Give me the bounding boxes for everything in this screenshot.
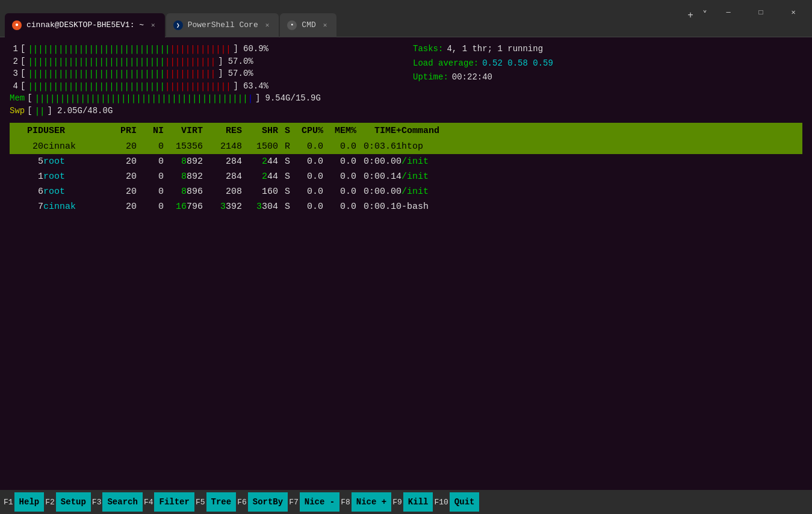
proc-pri: 20: [104, 200, 137, 213]
proc-ni: 0: [137, 170, 164, 183]
stats-right: Tasks: 4, 1 thr; 1 running Load average:…: [401, 43, 802, 118]
proc-virt: 15356: [164, 140, 203, 153]
proc-pid: 5: [13, 155, 43, 168]
tab-ubuntu-close[interactable]: ✕: [149, 20, 158, 30]
cpu-row-4: 4 [ ||||||||||||||||||||||||||||||||||||…: [10, 81, 401, 93]
tab-cmd-label: CMD: [302, 20, 315, 29]
mem-bar-row: Mem [ ||||||||||||||||||||||||||||||||||…: [10, 93, 401, 105]
proc-pid: 1: [13, 170, 43, 183]
proc-shr: 160: [242, 185, 278, 198]
proc-pid: 6: [13, 185, 43, 198]
load-label: Load average:: [413, 58, 479, 70]
tab-powershell-close[interactable]: ✕: [263, 20, 272, 30]
proc-mem: 0.0: [323, 170, 356, 183]
col-time: TIME+: [356, 125, 401, 137]
fkey-niceplus-label[interactable]: Nice +: [352, 492, 391, 512]
proc-cpu: 0.0: [290, 170, 323, 183]
titlebar-actions: + ˅ — □ ✕: [686, 6, 807, 25]
cpu-row-2: 2 [ ||||||||||||||||||||||||||||||||||||…: [10, 56, 401, 68]
proc-pid: 7: [13, 200, 43, 213]
cpu-row-3: 3 [ ||||||||||||||||||||||||||||||||||||…: [10, 68, 401, 80]
table-header: PID USER PRI NI VIRT RES SHR S CPU% MEM%…: [10, 123, 802, 139]
fkey-sortby-label[interactable]: SortBy: [248, 492, 288, 512]
process-row-5[interactable]: 5 root 20 0 8892 284 244 S 0.0 0.0 0:00.…: [10, 154, 802, 169]
proc-virt: 16796: [164, 200, 203, 213]
proc-res: 2148: [203, 140, 242, 153]
fkey-f9[interactable]: F9 Kill: [391, 492, 433, 512]
proc-shr: 244: [242, 155, 278, 168]
uptime-value: 00:22:40: [452, 72, 492, 84]
swp-bar: ||: [35, 105, 45, 117]
process-row-7[interactable]: 7 cinnak 20 0 16796 3392 3304 S 0.0 0.0 …: [10, 199, 802, 214]
proc-s: S: [278, 155, 290, 168]
tab-cmd[interactable]: ▪ CMD ✕: [280, 13, 336, 37]
tasks-row: Tasks: 4, 1 thr; 1 running: [413, 43, 802, 55]
proc-cpu: 0.0: [290, 155, 323, 168]
fkey-f4[interactable]: F4 Filter: [143, 492, 194, 512]
fkey-f10[interactable]: F10 Quit: [433, 492, 479, 512]
cpu-bar-3: |||||||||||||||||||||||||||||||||||||: [28, 68, 215, 80]
fkey-niceminus-label[interactable]: Nice -: [300, 492, 339, 512]
proc-user: cinnak: [43, 140, 104, 153]
proc-cpu: 0.0: [290, 200, 323, 213]
cmd-icon: ▪: [287, 20, 297, 30]
ubuntu-icon: ●: [12, 20, 22, 30]
process-table: PID USER PRI NI VIRT RES SHR S CPU% MEM%…: [10, 123, 802, 214]
col-ni: NI: [137, 125, 164, 137]
cpu-pct-3: 57.0%: [228, 68, 253, 80]
maximize-button[interactable]: □: [747, 3, 775, 22]
process-row-1[interactable]: 1 root 20 0 8892 284 244 S 0.0 0.0 0:00.…: [10, 169, 802, 184]
col-mem: MEM%: [323, 125, 356, 137]
tab-powershell-label: PowerShell Core: [188, 20, 258, 29]
fkey-f5[interactable]: F5 Tree: [194, 492, 236, 512]
process-row-6[interactable]: 6 root 20 0 8896 208 160 S 0.0 0.0 0:00.…: [10, 184, 802, 199]
proc-virt: 8892: [164, 155, 203, 168]
fkey-search-label[interactable]: Search: [102, 492, 142, 512]
fkey-f1[interactable]: F1 Help: [2, 492, 44, 512]
col-cmd: Command: [401, 125, 799, 137]
mem-bar: ||||||||||||||||||||||||||||||||||||||||…: [35, 93, 253, 105]
proc-pid: 20: [13, 140, 43, 153]
fkey-quit-label[interactable]: Quit: [450, 492, 480, 512]
proc-time: 0:00.14: [356, 170, 401, 183]
proc-cmd: /init: [401, 170, 799, 183]
tab-ubuntu[interactable]: ● cinnak@DESKTOP-BHE5EV1: ~ ✕: [5, 13, 165, 37]
tab-powershell[interactable]: ❯ PowerShell Core ✕: [166, 13, 279, 37]
swp-label: Swp: [10, 105, 25, 117]
minimize-button[interactable]: —: [714, 3, 742, 22]
proc-res: 3392: [203, 200, 242, 213]
new-tab-button[interactable]: +: [686, 11, 695, 20]
fkey-kill-label[interactable]: Kill: [403, 492, 433, 512]
proc-res: 284: [203, 155, 242, 168]
fkey-tree-label[interactable]: Tree: [206, 492, 237, 512]
proc-user: root: [43, 155, 104, 168]
process-row-htop[interactable]: 20 cinnak 20 0 15356 2148 1500 R 0.0 0.0…: [10, 139, 802, 154]
proc-pri: 20: [104, 170, 137, 183]
cpu-row-1: 1 [ ||||||||||||||||||||||||||||||||||||…: [10, 43, 401, 55]
fkey-f2[interactable]: F2 Setup: [44, 492, 91, 512]
tab-cmd-close[interactable]: ✕: [321, 20, 330, 30]
proc-pri: 20: [104, 140, 137, 153]
col-cpu: CPU%: [290, 125, 323, 137]
cpu-bar-2: |||||||||||||||||||||||||||||||||||||: [28, 56, 215, 68]
proc-mem: 0.0: [323, 200, 356, 213]
cpu-bar-1: ||||||||||||||||||||||||||||||||||||||||: [28, 43, 231, 55]
proc-pri: 20: [104, 185, 137, 198]
fkey-f6[interactable]: F6 SortBy: [236, 492, 288, 512]
titlebar: ● cinnak@DESKTOP-BHE5EV1: ~ ✕ ❯ PowerShe…: [0, 0, 812, 37]
proc-time: 0:00.00: [356, 155, 401, 168]
proc-cpu: 0.0: [290, 140, 323, 153]
proc-s: R: [278, 140, 290, 153]
fkey-f8[interactable]: F8 Nice +: [339, 492, 391, 512]
dropdown-button[interactable]: ˅: [700, 11, 710, 20]
fkey-f3[interactable]: F3 Search: [91, 492, 143, 512]
close-button[interactable]: ✕: [779, 3, 807, 22]
proc-mem: 0.0: [323, 155, 356, 168]
fkey-f7[interactable]: F7 Nice -: [288, 492, 339, 512]
proc-res: 208: [203, 185, 242, 198]
col-pid: PID: [13, 125, 43, 137]
fkey-filter-label[interactable]: Filter: [154, 492, 194, 512]
proc-virt: 8892: [164, 170, 203, 183]
fkey-help-label[interactable]: Help: [14, 492, 45, 512]
fkey-setup-label[interactable]: Setup: [56, 492, 91, 512]
